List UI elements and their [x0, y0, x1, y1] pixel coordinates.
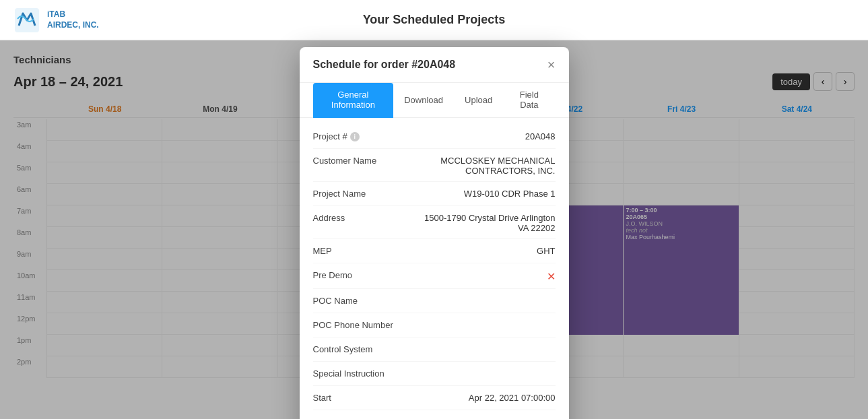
form-label: Project Name [313, 187, 414, 199]
tab-general-information[interactable]: General Information [313, 83, 394, 118]
form-value: ✕ [414, 269, 556, 283]
main-content: Technicians Apr 18 – 24, 2021 today ‹ › … [0, 40, 868, 419]
form-value [414, 367, 556, 368]
form-row: Address1500-1790 Crystal Drive Arlington… [313, 206, 556, 239]
form-label: Start [313, 391, 414, 403]
form-row: Control System [313, 337, 556, 362]
form-label: POC Phone Number [313, 319, 414, 330]
page-title: Your Scheduled Projects [363, 13, 506, 27]
form-label: End [313, 416, 414, 419]
form-value [414, 294, 556, 296]
form-label: Control System [313, 343, 414, 354]
modal-body: Project # i20A048Customer NameMCCLOSKEY … [300, 118, 569, 419]
form-row: StartApr 22, 2021 07:00:00 [313, 386, 556, 410]
form-value: 20A048 [414, 130, 556, 141]
logo-icon [13, 7, 40, 34]
modal-header: Schedule for order #20A048 × [300, 47, 569, 83]
form-value: Apr 22, 2021 07:00:00 [414, 391, 556, 403]
form-label: POC Name [313, 294, 414, 306]
form-row: Project # i20A048 [313, 125, 556, 149]
form-row: Customer NameMCCLOSKEY MECHANICAL CONTRA… [313, 149, 556, 182]
form-value [414, 319, 556, 320]
tab-upload[interactable]: Upload [454, 83, 503, 118]
form-label: Address [313, 212, 414, 223]
tab-download[interactable]: Download [393, 83, 454, 118]
form-label: MEP [313, 245, 414, 256]
modal-overlay: Schedule for order #20A048 × General Inf… [0, 40, 868, 419]
form-label: Customer Name [313, 154, 414, 166]
form-value: MCCLOSKEY MECHANICAL CONTRACTORS, INC. [414, 154, 556, 176]
tab-field-data[interactable]: Field Data [503, 83, 555, 118]
top-nav: iTAB AIRDEC, INC. Your Scheduled Project… [0, 0, 868, 40]
form-value: GHT [414, 245, 556, 256]
form-label: Special Instruction [313, 367, 414, 379]
logo-line1: iTAB [47, 9, 99, 20]
form-row: Pre Demo✕ [313, 263, 556, 289]
form-row: POC Phone Number [313, 313, 556, 337]
modal-close-button[interactable]: × [547, 58, 556, 71]
form-label: Project # i [313, 130, 414, 141]
modal-title: Schedule for order #20A048 [313, 59, 456, 71]
form-row: MEPGHT [313, 239, 556, 263]
logo-line2: AIRDEC, INC. [47, 20, 99, 31]
logo-area: iTAB AIRDEC, INC. [13, 7, 99, 34]
form-value: W19-010 CDR Phase 1 [414, 187, 556, 199]
form-row: EndApr 22, 2021 15:00:00 [313, 410, 556, 419]
form-value: Apr 22, 2021 15:00:00 [414, 416, 556, 419]
form-value: 1500-1790 Crystal Drive Arlington VA 222… [414, 212, 556, 233]
modal-tabs: General Information Download Upload Fiel… [300, 83, 569, 118]
info-icon: i [350, 132, 360, 141]
form-row: POC Name [313, 289, 556, 313]
form-value [414, 343, 556, 344]
form-label: Pre Demo [313, 269, 414, 280]
logo-text: iTAB AIRDEC, INC. [47, 9, 99, 30]
form-row: Special Instruction [313, 362, 556, 386]
modal: Schedule for order #20A048 × General Inf… [300, 47, 569, 419]
form-row: Project NameW19-010 CDR Phase 1 [313, 182, 556, 206]
